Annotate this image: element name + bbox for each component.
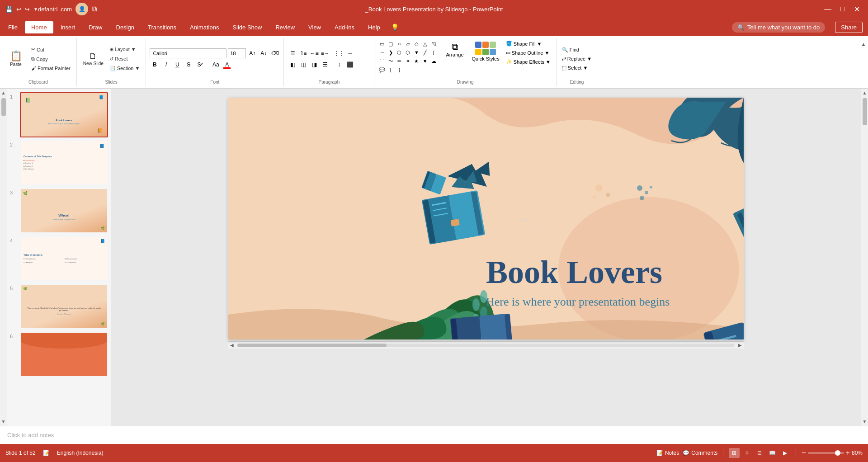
quick-styles-button[interactable]: Quick Styles	[468, 40, 503, 63]
redo-icon[interactable]: ↪	[25, 6, 30, 13]
convert-to-smartart-button[interactable]: ⬛	[345, 60, 355, 70]
menu-transitions[interactable]: Transitions	[142, 21, 183, 33]
menu-animations[interactable]: Animations	[184, 21, 225, 33]
brace-shape[interactable]: {	[395, 66, 403, 74]
menu-file[interactable]: File	[2, 21, 24, 33]
format-painter-button[interactable]: 🖌 Format Painter	[29, 65, 73, 72]
scroll-thumb-v[interactable]	[1, 98, 6, 116]
shape-fill-button[interactable]: 🪣 Shape Fill ▼	[504, 40, 552, 47]
paste-button[interactable]: 📋 Paste	[4, 49, 28, 69]
increase-indent-button[interactable]: ≡→	[320, 48, 330, 58]
line-spacing-button[interactable]: ↕	[334, 60, 344, 70]
slide-thumbnail-1[interactable]: Book Lovers Here is where your presentat…	[20, 92, 108, 137]
clear-format-button[interactable]: ⌫	[270, 48, 280, 58]
restore-icon[interactable]: ⧉	[92, 5, 97, 13]
justify-button[interactable]: ☰	[320, 60, 330, 70]
scroll-down-button[interactable]: ▼	[0, 417, 7, 426]
layout-button[interactable]: ⊞ Layout ▼	[107, 46, 142, 53]
menu-insert[interactable]: Insert	[54, 21, 82, 33]
bracket-shape[interactable]: [	[387, 66, 395, 74]
shape-effects-chevron[interactable]: ▼	[546, 59, 551, 65]
font-name-input[interactable]	[150, 48, 226, 58]
parallelogram-shape[interactable]: ▱	[404, 40, 412, 48]
shape-outline-button[interactable]: ▭ Shape Outline ▼	[504, 49, 552, 57]
copy-button[interactable]: ⧉ Copy	[29, 55, 73, 63]
minimize-button[interactable]: —	[821, 5, 834, 14]
reading-view-button[interactable]: 📖	[767, 448, 778, 458]
increase-font-button[interactable]: A↑	[247, 48, 257, 58]
zoom-out-button[interactable]: −	[802, 449, 806, 457]
menu-addins[interactable]: Add-ins	[328, 21, 361, 33]
menu-home[interactable]: Home	[25, 21, 53, 33]
slide-thumbnail-3[interactable]: Whoa! some sample text goes here 🌿 🌿	[20, 188, 108, 233]
menu-view[interactable]: View	[302, 21, 327, 33]
arrange-button[interactable]: ⧉ Arrange	[442, 40, 467, 59]
menu-help[interactable]: Help	[362, 21, 387, 33]
select-button[interactable]: ⬚ Select ▼	[560, 64, 594, 72]
reset-button[interactable]: ↺ Reset	[107, 55, 142, 63]
align-right-button[interactable]: ◨	[309, 60, 319, 70]
cut-button[interactable]: ✂ Cut	[29, 46, 73, 53]
find-button[interactable]: 🔍 Find	[560, 46, 594, 54]
underline-button[interactable]: U	[172, 60, 182, 70]
slide-thumbnail-6[interactable]	[20, 332, 108, 377]
rounded-rect-shape[interactable]: ▢	[387, 40, 395, 48]
decrease-font-button[interactable]: A↓	[259, 48, 269, 58]
heart-shape[interactable]: ♥	[421, 57, 429, 65]
right-triangle-shape[interactable]: ◹	[429, 40, 438, 48]
freeform-shape[interactable]: ✏	[395, 57, 403, 65]
slide-thumbnail-4[interactable]: Table of Contents 01 Introduction 02 Pre…	[20, 236, 108, 281]
scroll-left-button[interactable]: ◀	[228, 343, 236, 348]
replace-button[interactable]: ⇄ Replace ▼	[560, 55, 594, 63]
decrease-indent-button[interactable]: ←≡	[309, 48, 319, 58]
bezier-shape[interactable]: 〜	[387, 57, 395, 65]
cloud-shape[interactable]: ☁	[429, 57, 438, 65]
star4-shape[interactable]: ✦	[404, 57, 412, 65]
slide-sorter-button[interactable]: ⊟	[754, 448, 765, 458]
zoom-slider-track[interactable]	[808, 452, 844, 454]
scroll-top-button[interactable]: ▲	[861, 89, 868, 97]
zoom-in-button[interactable]: +	[846, 449, 850, 457]
rectangle-shape[interactable]: ▭	[378, 40, 386, 48]
slide-thumbnail-2[interactable]: Contents of This Template ■ Introduction…	[20, 140, 108, 185]
slide-thumbnail-5[interactable]: "This is a quote. Words full of wisdom t…	[20, 284, 108, 329]
notes-placeholder[interactable]: Click to add notes	[7, 432, 54, 438]
callout-shape[interactable]: 💬	[378, 66, 386, 74]
avatar[interactable]: 👤	[75, 3, 88, 15]
align-center-button[interactable]: ◫	[298, 60, 308, 70]
comments-button[interactable]: 💬 Comments	[683, 450, 717, 456]
customize-qat-icon[interactable]: ▼	[33, 7, 38, 12]
normal-view-button[interactable]: ⊞	[729, 448, 740, 458]
font-size-input[interactable]	[228, 48, 246, 58]
scroll-right-button[interactable]: ▶	[736, 343, 744, 348]
notes-button[interactable]: 📝 Notes	[656, 450, 679, 456]
tell-me-search[interactable]: 🔍 Tell me what you want to do	[732, 22, 825, 33]
more-shapes[interactable]: ▼	[412, 48, 420, 57]
bold-button[interactable]: B	[150, 60, 160, 70]
curve-shape[interactable]: ∫	[429, 48, 438, 57]
zoom-slider-thumb[interactable]	[835, 450, 840, 456]
shadow-button[interactable]: S²	[195, 60, 205, 70]
italic-button[interactable]: I	[161, 60, 171, 70]
new-slide-button[interactable]: 🗋 New Slide	[80, 50, 106, 68]
collapse-ribbon-button[interactable]: ▲	[859, 38, 868, 86]
scroll-bottom-button[interactable]: ▼	[861, 417, 868, 426]
slideshow-button[interactable]: ▶	[779, 448, 790, 458]
shape-effects-button[interactable]: ✨ Shape Effects ▼	[504, 58, 552, 66]
close-button[interactable]: ✕	[851, 5, 863, 14]
numbering-button[interactable]: 1≡	[298, 48, 308, 58]
undo-icon[interactable]: ↩	[16, 6, 21, 13]
font-color-button[interactable]: A	[222, 60, 232, 70]
line-shape[interactable]: ╱	[421, 48, 429, 57]
outline-view-button[interactable]: ≡	[741, 448, 752, 458]
horizontal-scrollbar[interactable]: ◀ ▶	[228, 341, 744, 349]
strikethrough-button[interactable]: S	[184, 60, 193, 70]
pentagon-shape[interactable]: ⬠	[395, 48, 403, 57]
triangle-shape[interactable]: △	[421, 40, 429, 48]
zoom-level[interactable]: 80%	[852, 450, 863, 456]
select-chevron[interactable]: ▼	[583, 65, 588, 71]
replace-chevron[interactable]: ▼	[587, 56, 592, 61]
share-button[interactable]: Share	[835, 22, 863, 33]
oval-shape[interactable]: ○	[395, 40, 403, 48]
menu-review[interactable]: Review	[269, 21, 301, 33]
